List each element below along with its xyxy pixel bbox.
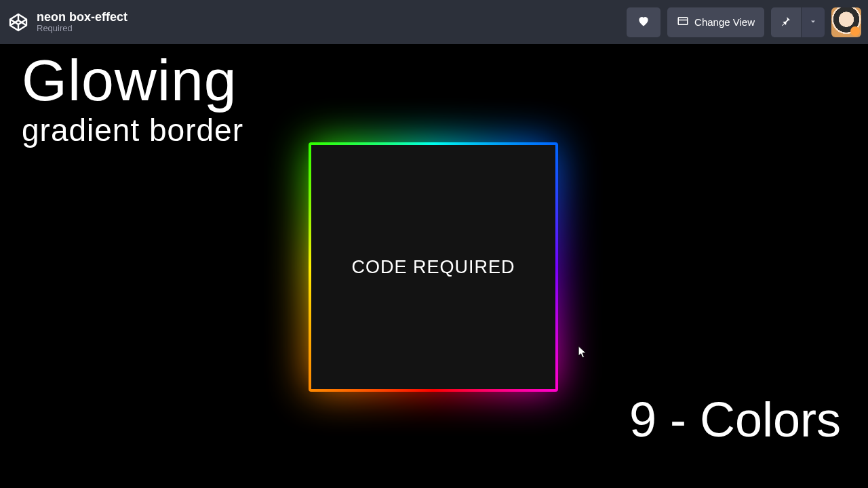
pen-identity: neon box-effect Required — [7, 10, 127, 35]
svg-rect-3 — [678, 18, 688, 25]
overlay-title-line1: Glowing — [22, 51, 243, 109]
overlay-footer: 9 - Colors — [629, 392, 841, 447]
change-view-button[interactable]: Change View — [667, 7, 764, 37]
topbar: neon box-effect Required Change View — [0, 0, 868, 44]
overlay-title-line2: gradient border — [22, 113, 243, 148]
pin-icon — [781, 16, 791, 28]
neon-box-content: CODE REQUIRED — [311, 145, 555, 389]
like-button[interactable] — [627, 7, 660, 37]
pin-dropdown-button[interactable] — [802, 7, 825, 37]
pin-button[interactable] — [771, 7, 801, 37]
preview-stage: Glowing gradient border CODE REQUIRED 9 … — [0, 44, 868, 488]
pen-title[interactable]: neon box-effect — [37, 10, 127, 24]
neon-box-label: CODE REQUIRED — [351, 257, 515, 278]
layout-icon — [677, 15, 689, 29]
heart-icon — [637, 14, 650, 30]
cursor-icon — [578, 346, 587, 359]
topbar-actions: Change View — [627, 7, 861, 37]
pen-author[interactable]: Required — [37, 24, 127, 34]
pen-meta: neon box-effect Required — [37, 10, 127, 35]
chevron-down-icon — [809, 16, 817, 28]
overlay-title: Glowing gradient border — [22, 51, 243, 148]
user-avatar[interactable] — [831, 7, 861, 37]
change-view-label: Change View — [694, 16, 755, 28]
neon-box: CODE REQUIRED — [309, 142, 558, 392]
pin-button-group — [771, 7, 825, 37]
codepen-logo-icon[interactable] — [7, 11, 30, 34]
